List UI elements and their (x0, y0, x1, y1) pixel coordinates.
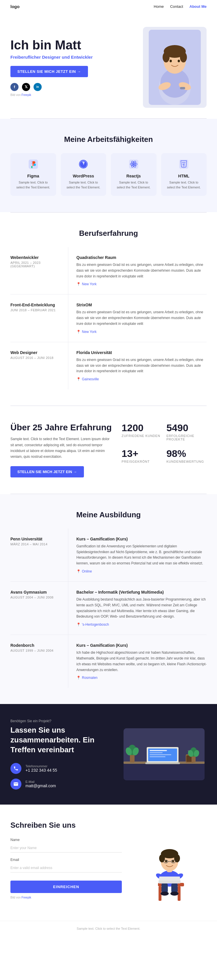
exp-desc-3: Bis zu einem gewissen Grad ist es uns ge… (77, 357, 207, 374)
twitter-icon[interactable]: 𝕏 (22, 83, 30, 91)
pin-icon-3: 📍 (77, 377, 81, 381)
email-icon (13, 781, 19, 787)
edu-pin-icon-2: 📍 (77, 622, 81, 627)
form-name-label: Name (10, 838, 122, 842)
education-section: Meine Ausbildung Penn Universität MÄRZ 2… (0, 494, 217, 704)
exp-location-2[interactable]: 📍 New York (77, 330, 207, 334)
svg-rect-33 (145, 762, 180, 764)
nav-link-home[interactable]: Home (154, 4, 164, 9)
linkedin-icon[interactable]: in (34, 83, 41, 91)
exp-date-2: JUNI 2018 – FEBRUAR 2021 (10, 309, 62, 312)
edu-desc-1: Gamification ist die Anwendung von Spiel… (77, 544, 207, 566)
pin-icon-1: 📍 (77, 282, 81, 286)
edu-school-1: Penn Universität (10, 537, 62, 541)
stats-right: 1200 ZUFRIEDENE KUNDEN 5490 ERFOLGREICHE… (121, 422, 207, 463)
edu-date-2: AUGUST 2004 – JUNI 2008 (10, 596, 62, 599)
react-skill-desc[interactable]: Sample text. Click to select the Text El… (115, 180, 152, 189)
stats-cta-button[interactable]: STELLEN SIE MICH JETZT EIN → (10, 466, 84, 477)
svg-point-9 (180, 52, 187, 62)
svg-point-11 (178, 60, 180, 62)
figma-skill-name: Figma (15, 174, 51, 178)
svg-point-60 (174, 854, 180, 862)
stat-label-4: KUNDENBEWERTUNG (166, 460, 207, 463)
pin-icon-2: 📍 (77, 330, 81, 334)
form-email-input[interactable] (10, 863, 122, 872)
edu-school-3: Rodenborch (10, 643, 62, 648)
edu-left-2: Avans Gymnasium AUGUST 2004 – JUNI 2008 (10, 582, 68, 635)
svg-point-10 (169, 60, 172, 62)
form-name-group: Name (10, 838, 122, 853)
html-skill-desc[interactable]: Sample text. Click to select the Text El… (166, 180, 202, 189)
form-person-illustration (140, 829, 198, 905)
svg-rect-31 (150, 754, 171, 755)
nav-link-contact[interactable]: Contact (170, 4, 183, 9)
edu-pin-icon-3: 📍 (77, 676, 81, 680)
svg-rect-32 (150, 756, 166, 757)
exp-job-title-2: Front-End-Entwicklung (10, 302, 62, 307)
edu-desc-3: Ich habe die Highschool abgeschlossen un… (77, 650, 207, 673)
exp-right-1: Quadratischer Raum Bis zu einem gewissen… (68, 247, 207, 294)
form-right (132, 821, 207, 905)
svg-rect-12 (180, 87, 185, 89)
social-icons: f 𝕏 in (10, 83, 137, 91)
svg-point-8 (163, 52, 169, 62)
contact-phone-item: Telefonnummer +1 232 343 44 55 (10, 763, 112, 774)
skill-card-react: Reactjs Sample text. Click to select the… (111, 153, 156, 196)
hero-cta-button[interactable]: STELLEN SIE MICH JETZT EIN → (10, 66, 88, 77)
hero-text: Ich bin Matt Freiberuflicher Designer un… (10, 38, 137, 96)
experience-section: Berufserfahrung Webentwickler APRIL 2021… (0, 213, 217, 406)
skills-title: Meine Arbeitsfähigkeiten (10, 135, 207, 144)
hero-title: Ich bin Matt (10, 38, 137, 52)
education-title: Meine Ausbildung (10, 511, 207, 519)
form-image-credit: Bild von Freepik (10, 896, 122, 899)
svg-point-51 (171, 892, 179, 896)
edu-desc-2: Die Ausbildung bestand hauptsächlich aus… (77, 597, 207, 620)
svg-rect-40 (191, 756, 196, 762)
react-icon (115, 159, 152, 171)
navigation: logo Home Contact About Me (0, 0, 217, 13)
nav-logo[interactable]: logo (10, 4, 20, 9)
svg-point-14 (34, 164, 36, 166)
person-illustration (149, 30, 201, 105)
nav-links: Home Contact About Me (154, 4, 207, 9)
wordpress-skill-desc[interactable]: Sample text. Click to select the Text El… (65, 180, 102, 189)
figma-skill-desc[interactable]: Sample text. Click to select the Text El… (15, 180, 51, 189)
svg-point-59 (159, 854, 165, 862)
skill-card-wordpress: WordPress Sample text. Click to select t… (61, 153, 107, 196)
contact-banner-title: Lassen Sie uns zusammenarbeiten. Ein Tre… (10, 725, 112, 754)
svg-rect-55 (159, 877, 180, 881)
edu-location-2[interactable]: 📍 's-Hertogenbosch (77, 622, 207, 627)
edu-right-3: Kurs – Gamification (Kurs) Ich habe die … (68, 635, 207, 688)
edu-pin-icon-1: 📍 (77, 570, 81, 573)
exp-location-1[interactable]: 📍 New York (77, 282, 207, 286)
edu-course-2: Bachelor – Informatik (Vertiefung Multim… (77, 590, 207, 595)
nav-link-about[interactable]: About Me (190, 4, 207, 9)
stat-number-1: 1200 (121, 422, 162, 433)
stat-number-3: 13+ (121, 448, 162, 459)
exp-date-1: APRIL 2021 – 2023 (GEGENWART) (10, 261, 62, 268)
experience-title: Berufserfahrung (10, 229, 207, 238)
exp-job-title-1: Webentwickler (10, 255, 62, 260)
form-freepik-link[interactable]: Freepik (21, 896, 31, 899)
edu-location-3[interactable]: 📍 Rosmalen (77, 676, 207, 680)
exp-company-2: StrixOM (77, 302, 207, 307)
hero-freepik-link[interactable]: Freepik (21, 93, 31, 97)
stats-section: Über 25 Jahre Erfahrung Sample text. Cli… (0, 406, 217, 493)
exp-company-1: Quadratischer Raum (77, 255, 207, 260)
form-email-label: Email (10, 858, 122, 862)
exp-right-2: StrixOM Bis zu einem gewissen Grad ist e… (68, 294, 207, 342)
hero-section: Ich bin Matt Freiberuflicher Designer un… (0, 13, 217, 118)
exp-desc-1: Bis zu einem gewissen Grad ist es uns ge… (77, 262, 207, 279)
wordpress-skill-name: WordPress (65, 174, 102, 178)
edu-course-3: Kurs – Gamification (Kurs) (77, 643, 207, 648)
exp-location-3[interactable]: 📍 Gainesville (77, 377, 207, 381)
form-submit-button[interactable]: EINREICHEN (10, 881, 122, 893)
svg-point-50 (161, 892, 169, 896)
phone-icon-circle (10, 763, 21, 774)
exp-right-3: Florida Universität Bis zu einem gewisse… (68, 342, 207, 389)
form-name-input[interactable] (10, 843, 122, 853)
contact-banner-section: Benötigen Sie ein Projekt? Lassen Sie un… (0, 704, 217, 804)
facebook-icon[interactable]: f (10, 83, 19, 91)
contact-items: Telefonnummer +1 232 343 44 55 E-Mail ma… (10, 763, 112, 789)
edu-location-1[interactable]: 📍 Online (77, 570, 207, 573)
